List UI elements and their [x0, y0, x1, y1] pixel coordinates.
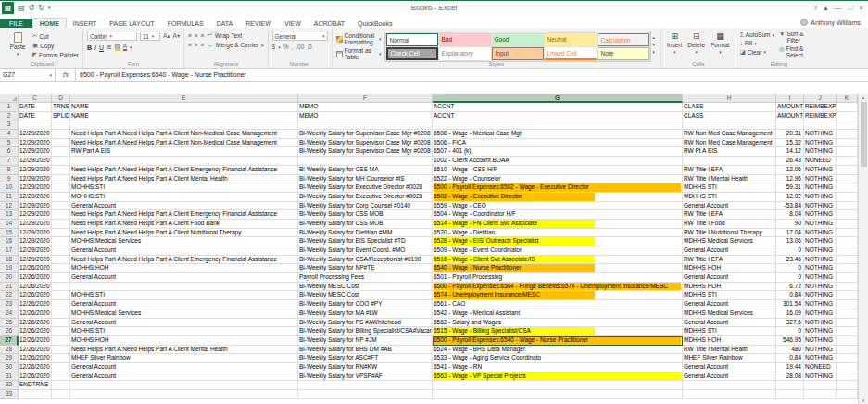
cell-K29[interactable] — [837, 354, 858, 363]
cell-C7[interactable]: 12/29/2020 — [19, 157, 52, 166]
cell-K30[interactable] — [837, 363, 858, 372]
cell-C19[interactable]: 12/26/2020 — [19, 264, 52, 273]
cell-J9[interactable]: NOTHING — [804, 175, 837, 184]
cell-H28[interactable]: RW Title I Mental Health — [683, 346, 776, 355]
insert-button[interactable]: ⊞ Insert ▾ — [667, 32, 682, 59]
cell-C29[interactable]: 12/26/2020 — [19, 354, 52, 363]
align-left-icon[interactable]: ≡ — [188, 42, 192, 48]
cell-E28[interactable]: Need Helps Part A:Need Helps Part A Clie… — [70, 346, 298, 355]
cell-K13[interactable] — [837, 210, 858, 220]
cell-E20[interactable]: General Account — [70, 273, 298, 283]
cell-E8[interactable]: Need Helps Part A:Need Helps Part A Clie… — [70, 166, 298, 175]
merge-center-button[interactable]: Merge & Center — [216, 42, 258, 48]
cell-J8[interactable]: NOTHING — [804, 166, 837, 175]
format-button[interactable]: ▦ Format ▾ — [711, 32, 730, 59]
style-calculation[interactable]: Calculation — [598, 33, 649, 46]
cell-C24[interactable]: 12/26/2020 — [19, 309, 52, 319]
cell-J1[interactable]: REIMBEXP — [804, 103, 837, 112]
cell-K9[interactable] — [837, 175, 858, 184]
cell-C21[interactable]: 12/26/2020 — [19, 283, 52, 292]
row-header-19[interactable]: 19 — [0, 264, 19, 273]
cell-H23[interactable]: General Account — [683, 300, 776, 309]
column-header-C[interactable]: C — [19, 94, 52, 103]
row-header-1[interactable]: 1 — [0, 103, 19, 112]
style-good[interactable]: Good — [492, 33, 544, 46]
cell-D8[interactable] — [52, 166, 70, 175]
comma-style-icon[interactable]: , — [291, 44, 293, 50]
cell-J21[interactable]: NOTHING — [804, 283, 837, 292]
bottom-align-icon[interactable]: ≡ — [201, 32, 205, 39]
row-header-30[interactable]: 30 — [0, 363, 19, 372]
cell-F4[interactable]: Bi-Weekly Salary for Supervisor Case Mgr… — [298, 130, 433, 139]
decrease-decimal-icon[interactable]: .0 — [307, 44, 311, 50]
bold-button[interactable]: B — [87, 44, 92, 51]
gallery-down-icon[interactable]: ▾ — [653, 42, 656, 47]
cell-I27[interactable]: 546.95 — [776, 336, 804, 346]
cell-H9[interactable]: RW Title I Mental Health — [683, 175, 776, 184]
cell-C23[interactable]: 12/26/2020 — [19, 300, 52, 309]
cell-F24[interactable]: Bi-Weekly Salary for MA #LW — [298, 309, 433, 319]
cell-D25[interactable] — [52, 319, 70, 328]
cell-C6[interactable]: 12/29/2020 — [19, 147, 52, 157]
cell-F25[interactable]: Bi-Weekly Salary for PS #AWhitehead — [298, 319, 433, 328]
cell-J18[interactable]: NOTHING — [804, 256, 837, 265]
cell-E26[interactable]: MOHHS:STI — [70, 327, 298, 336]
row-header-5[interactable]: 5 — [0, 139, 19, 148]
cell-J15[interactable]: NOTHING — [804, 229, 837, 238]
cell-I21[interactable]: 6.72 — [776, 283, 804, 292]
cell-G25[interactable]: 6562 - Salary and Wages — [433, 319, 683, 328]
cell-D29[interactable] — [52, 354, 70, 363]
cell-I3[interactable] — [776, 120, 804, 130]
cell-J6[interactable]: NOTHING — [804, 147, 837, 157]
cell-E9[interactable]: Need Helps Part A:Need Helps Part A Clie… — [70, 175, 298, 184]
style-input[interactable]: Input — [492, 47, 544, 60]
cell-K32[interactable] — [837, 381, 858, 390]
cell-C10[interactable]: 12/29/2020 — [19, 183, 52, 193]
tab-review[interactable]: REVIEW — [239, 19, 278, 28]
row-header-31[interactable]: 31 — [0, 372, 19, 382]
cell-J2[interactable]: REIMBEXP — [804, 112, 837, 121]
row-header-3[interactable]: 3 — [0, 120, 19, 130]
cell-D33[interactable] — [52, 390, 70, 399]
cell-J26[interactable]: NOTHING — [804, 327, 837, 336]
cell-K8[interactable] — [837, 166, 858, 175]
cell-J25[interactable]: NOTHING — [804, 319, 837, 328]
cell-K33[interactable] — [837, 390, 858, 399]
cell-J4[interactable]: NOTHING — [804, 130, 837, 139]
cell-J29[interactable]: NOTHING — [804, 354, 837, 363]
cell-J22[interactable]: NOTHING — [804, 291, 837, 300]
cell-G21[interactable]: 6500 - Payroll Expenses:6564 - Fringe Be… — [433, 283, 683, 292]
cell-I11[interactable]: 12.92 — [776, 193, 804, 202]
cell-K12[interactable] — [837, 202, 858, 211]
cell-H21[interactable]: MDHHS HOH — [683, 283, 776, 292]
copy-button[interactable]: ▣ Copy — [32, 42, 79, 49]
cell-F13[interactable]: Bi-Weekly Salary for CSS MOB — [298, 210, 433, 220]
cell-H20[interactable]: General Account — [683, 273, 776, 283]
cell-D12[interactable] — [52, 202, 70, 211]
cell-D10[interactable] — [52, 183, 70, 193]
cell-K25[interactable] — [837, 319, 858, 328]
row-header-22[interactable]: 22 — [0, 291, 19, 300]
cell-K27[interactable] — [837, 336, 858, 346]
cell-G33[interactable] — [433, 390, 683, 399]
cell-J13[interactable]: NOTHING — [804, 210, 837, 220]
cell-I9[interactable]: 12.96 — [776, 175, 804, 184]
cell-K21[interactable] — [837, 283, 858, 292]
cell-H26[interactable]: MDHHS STI — [683, 327, 776, 336]
cell-E5[interactable]: Need Helps Part A:Need Helps Part A Clie… — [70, 139, 298, 148]
cell-E2[interactable]: NAME — [70, 112, 298, 121]
cell-G6[interactable]: 6507 - 401 (k) — [433, 147, 683, 157]
row-header-24[interactable]: 24 — [0, 309, 19, 319]
cell-I2[interactable]: AMOUNT — [776, 112, 804, 121]
cell-K14[interactable] — [837, 220, 858, 229]
cell-H6[interactable]: RW Pt A EIS — [683, 147, 776, 157]
paste-button[interactable]: Paste ▾ — [6, 30, 30, 59]
cell-E18[interactable]: Need Helps Part A:Need Helps Part A Clie… — [70, 256, 298, 265]
cell-I22[interactable]: 0.84 — [776, 291, 804, 300]
cell-H4[interactable]: RW Non Med Case Management — [683, 130, 776, 139]
cell-I1[interactable]: AMOUNT — [776, 103, 804, 112]
cell-H1[interactable]: CLASS — [683, 103, 776, 112]
cell-J7[interactable]: NONEED — [804, 157, 837, 166]
cell-F15[interactable]: Bi-Weekly Salary for Dietitian #MM — [298, 229, 433, 238]
sort-filter-button[interactable]: ▼ Sort & Filter — [779, 32, 818, 44]
